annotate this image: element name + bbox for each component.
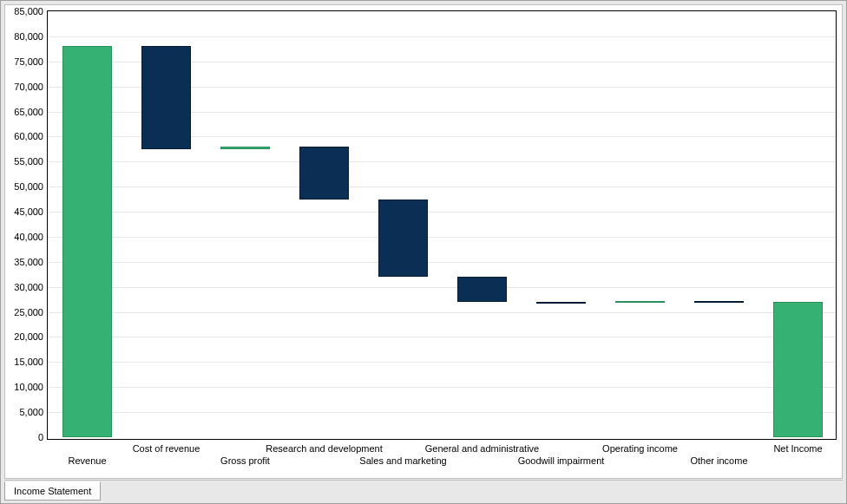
waterfall-bar (220, 147, 269, 149)
tab-strip: Income Statement (4, 480, 843, 500)
y-axis-tick-label: 55,000 (5, 156, 43, 167)
x-axis-label: Goodwill impairment (518, 455, 605, 466)
y-axis-tick-label: 5,000 (5, 407, 43, 417)
tab-income-statement[interactable]: Income Statement (4, 481, 101, 501)
y-axis-tick-label: 70,000 (5, 82, 43, 92)
grid-line (48, 187, 836, 187)
grid-line (48, 337, 836, 337)
grid-line (48, 161, 836, 162)
y-axis-tick-label: 35,000 (5, 257, 43, 267)
y-axis-tick-label: 45,000 (5, 206, 43, 217)
grid-line (48, 387, 836, 388)
plot-area (47, 10, 837, 440)
y-axis-tick-label: 20,000 (5, 331, 43, 342)
y-axis-tick-label: 65,000 (5, 107, 43, 117)
y-axis-tick-label: 40,000 (5, 232, 43, 242)
grid-line (48, 262, 836, 263)
x-axis-label: General and administrative (425, 443, 539, 454)
y-axis-tick-label: 15,000 (5, 357, 43, 367)
window-frame: 05,00010,00015,00020,00025,00030,00035,0… (0, 0, 847, 504)
waterfall-bar (299, 147, 348, 200)
x-axis-label: Operating income (602, 443, 678, 454)
waterfall-bar (694, 301, 743, 303)
grid-line (48, 237, 836, 238)
chart-panel: 05,00010,00015,00020,00025,00030,00035,0… (4, 4, 843, 479)
x-axis-label: Cost of revenue (133, 443, 200, 454)
grid-line (48, 412, 836, 413)
grid-line (48, 212, 836, 213)
y-axis-tick-label: 25,000 (5, 307, 43, 317)
waterfall-bar (773, 302, 822, 437)
grid-line (48, 287, 836, 288)
grid-line (48, 312, 836, 313)
waterfall-bar (457, 277, 506, 302)
x-axis-label: Other income (690, 455, 747, 466)
waterfall-bar (62, 46, 111, 437)
x-axis-label: Revenue (68, 455, 106, 466)
y-axis-tick-label: 60,000 (5, 131, 43, 141)
y-axis-tick-label: 0 (5, 432, 43, 442)
waterfall-bar (615, 301, 664, 303)
x-axis-label: Net Income (773, 443, 822, 454)
y-axis-tick-label: 30,000 (5, 282, 43, 292)
waterfall-bar (536, 302, 585, 304)
x-axis-label: Research and development (266, 443, 383, 454)
x-axis-label: Sales and marketing (359, 455, 446, 466)
waterfall-bar (378, 200, 427, 278)
y-axis-tick-label: 80,000 (5, 31, 43, 42)
y-axis-tick-label: 85,000 (5, 6, 43, 16)
grid-line (48, 36, 836, 37)
x-axis-label: Gross profit (220, 455, 270, 466)
grid-line (48, 362, 836, 363)
y-axis-tick-label: 50,000 (5, 181, 43, 192)
y-axis-tick-label: 10,000 (5, 382, 43, 392)
waterfall-bar (141, 46, 190, 148)
y-axis-tick-label: 75,000 (5, 56, 43, 67)
